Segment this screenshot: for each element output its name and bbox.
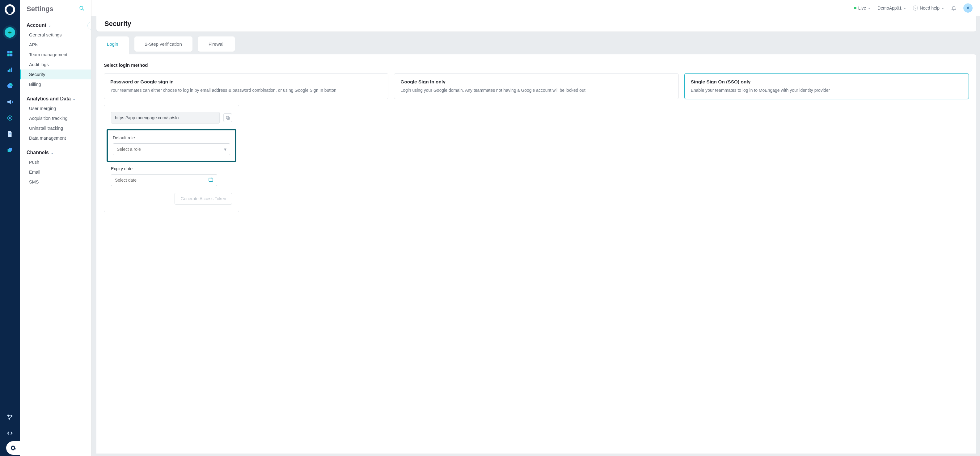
login-method-options: Password or Google sign in Your teammate… — [104, 73, 482, 99]
create-new-button[interactable]: + — [5, 27, 15, 38]
sidebar-item-data-management[interactable]: Data management — [20, 133, 91, 143]
default-role-label: Default role — [113, 135, 230, 140]
brand-logo-icon[interactable] — [5, 4, 15, 15]
search-icon[interactable] — [79, 5, 85, 13]
default-role-highlight: Default role ▾ — [107, 129, 236, 162]
svg-rect-0 — [7, 51, 10, 54]
svg-rect-10 — [9, 135, 11, 135]
sidebar-group-channels[interactable]: Channels⌄ — [20, 150, 91, 157]
chevron-down-icon: ⌄ — [73, 97, 76, 101]
expiry-date-label: Expiry date — [111, 166, 232, 171]
tab-2step[interactable]: 2-Step verification — [134, 37, 192, 52]
svg-point-16 — [80, 6, 83, 9]
megaphone-icon[interactable] — [6, 98, 14, 106]
option-desc: Your teammates can either choose to log … — [110, 87, 382, 93]
sso-config-panel: Default role ▾ Expiry date Generate Acce… — [104, 105, 239, 212]
generate-token-button[interactable]: Generate Access Token — [175, 193, 232, 205]
calendar-icon — [208, 177, 213, 184]
svg-rect-19 — [209, 178, 213, 181]
option-desc: Login using your Google domain. Any team… — [400, 87, 482, 93]
svg-rect-4 — [8, 70, 9, 72]
page-header: Security — [96, 16, 482, 32]
tab-login[interactable]: Login — [96, 37, 129, 55]
svg-rect-1 — [10, 51, 12, 54]
sidebar-item-sms[interactable]: SMS — [20, 177, 91, 187]
pie-chart-icon[interactable] — [6, 82, 14, 90]
analytics-bar-icon[interactable] — [6, 66, 14, 73]
tab-firewall[interactable]: Firewall — [198, 37, 235, 52]
slo-url-input[interactable] — [111, 112, 220, 124]
expiry-date-input[interactable] — [111, 174, 217, 186]
target-user-icon[interactable] — [6, 114, 14, 122]
option-title: Password or Google sign in — [110, 79, 382, 85]
icon-rail: + — [0, 0, 20, 226]
sidebar-item-audit-logs[interactable]: Audit logs — [20, 60, 91, 70]
sidebar-item-user-merging[interactable]: User merging — [20, 103, 91, 113]
sidebar-item-team-management[interactable]: Team management — [20, 50, 91, 60]
svg-rect-17 — [227, 117, 229, 119]
sidebar-item-apis[interactable]: APIs — [20, 40, 91, 50]
main-content: Select login method Password or Google s… — [96, 54, 482, 226]
svg-rect-9 — [9, 133, 11, 134]
dashboard-icon[interactable] — [6, 50, 14, 57]
svg-rect-5 — [9, 68, 11, 72]
settings-sidebar: Settings ‹ Account⌄ General settings API… — [20, 0, 91, 226]
section-label: Select login method — [104, 62, 482, 68]
tabs-bar: Login 2-Step verification Firewall — [96, 37, 235, 52]
svg-rect-12 — [9, 148, 12, 151]
svg-rect-3 — [10, 54, 12, 56]
sidebar-item-email[interactable]: Email — [20, 167, 91, 177]
login-option-google-only[interactable]: Google Sign In only Login using your Goo… — [394, 73, 482, 99]
layers-icon[interactable] — [6, 146, 14, 154]
sidebar-item-billing[interactable]: Billing — [20, 79, 91, 89]
chevron-down-icon: ⌄ — [51, 151, 54, 155]
sidebar-group-account[interactable]: Account⌄ — [20, 22, 91, 30]
sidebar-item-acquisition-tracking[interactable]: Acquisition tracking — [20, 113, 91, 123]
sidebar-item-security[interactable]: Security — [20, 70, 91, 79]
page-title: Security — [104, 20, 131, 28]
svg-rect-2 — [7, 54, 10, 56]
chevron-down-icon: ⌄ — [48, 23, 51, 27]
svg-rect-18 — [226, 116, 229, 119]
sidebar-group-analytics[interactable]: Analytics and Data⌄ — [20, 96, 91, 103]
svg-rect-6 — [11, 68, 12, 72]
default-role-select[interactable]: ▾ — [113, 143, 230, 155]
login-option-password-google[interactable]: Password or Google sign in Your teammate… — [104, 73, 388, 99]
sidebar-item-push[interactable]: Push — [20, 157, 91, 167]
sidebar-item-general-settings[interactable]: General settings — [20, 30, 91, 40]
sidebar-item-uninstall-tracking[interactable]: Uninstall tracking — [20, 123, 91, 133]
option-title: Google Sign In only — [400, 79, 482, 85]
svg-point-8 — [9, 117, 11, 119]
copy-icon[interactable] — [223, 113, 232, 122]
document-icon[interactable] — [6, 130, 14, 138]
settings-title: Settings — [27, 5, 53, 13]
top-bar: Live⌄ DemoApp01⌄ ? Need help⌄ V — [91, 0, 482, 16]
